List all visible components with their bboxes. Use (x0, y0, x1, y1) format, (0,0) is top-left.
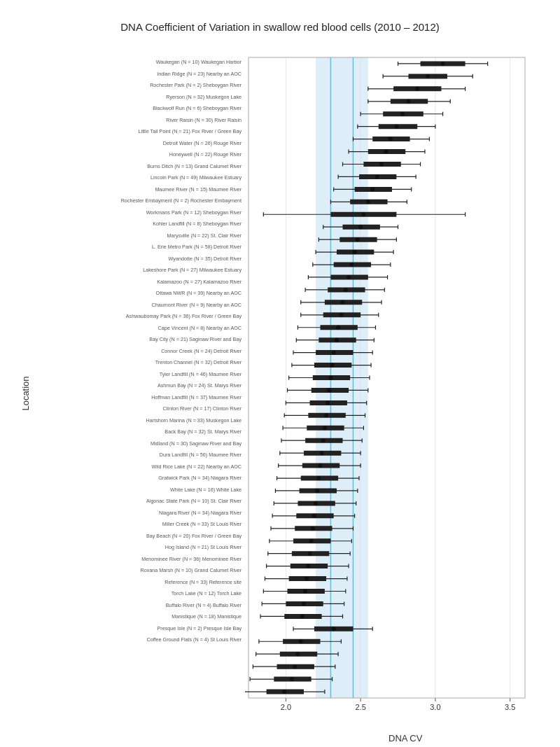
svg-point-80 (361, 212, 365, 216)
svg-text:3.5: 3.5 (505, 703, 515, 711)
svg-point-95 (353, 250, 357, 254)
y-axis-label: Location (20, 376, 31, 410)
loc-label-10: Lincoln Park (N = 49) Milwaukee Estuary (150, 175, 241, 180)
svg-point-260 (293, 664, 297, 669)
loc-label-8: Honeywell (N = 22) Rouge River (169, 152, 241, 157)
svg-point-195 (314, 501, 318, 505)
loc-label-18: Lakeshore Park (N = 27) Milwaukee Estuar… (143, 267, 241, 272)
svg-point-220 (306, 564, 310, 568)
svg-point-25 (426, 74, 430, 78)
svg-point-250 (299, 639, 303, 643)
svg-point-35 (406, 99, 410, 104)
svg-text:3.0: 3.0 (430, 703, 440, 711)
svg-point-210 (309, 539, 314, 543)
loc-label-3: Ryerson (N = 32) Muskegon Lake (166, 95, 241, 99)
svg-point-90 (356, 237, 360, 242)
svg-point-145 (328, 376, 332, 380)
loc-label-37: White Lake (N = 16) White Lake (170, 487, 241, 492)
svg-point-135 (332, 351, 336, 355)
svg-point-65 (375, 174, 379, 179)
loc-label-23: Cape Vincent (N = 8) Nearby an AOC (158, 326, 241, 330)
svg-point-20 (441, 62, 445, 66)
loc-label-43: Menominee River (N = 36) Menominee River (141, 557, 241, 561)
svg-point-40 (400, 112, 405, 116)
loc-label-13: Workmans Park (N = 12) Sheboygan River (146, 210, 241, 215)
loc-label-2: Rochester Park (N = 2) Sheboygan River (150, 83, 241, 88)
svg-point-180 (318, 463, 322, 468)
loc-label-45: Reference (N = 33) Reference site (164, 580, 241, 585)
loc-label-38: Algonac State Park (N = 10) St. Clair Ri… (146, 498, 241, 503)
loc-label-30: Clinton River (N = 17) Clinton River (163, 406, 241, 411)
svg-point-185 (316, 476, 321, 480)
loc-label-17: Wyandotte (N = 35) Detroit River (169, 256, 241, 261)
svg-point-205 (311, 526, 315, 531)
svg-point-190 (315, 489, 319, 493)
loc-label-6: Little Tail Point (N = 21) Fox River / G… (139, 129, 241, 134)
loc-label-42: Hog Island (N = 21) St Louis River (165, 545, 241, 550)
svg-point-170 (321, 438, 326, 442)
svg-point-265 (290, 677, 294, 681)
svg-point-215 (308, 552, 312, 556)
loc-label-12: Rochester Embayment (N = 2) Rochester Em… (121, 198, 241, 203)
svg-point-115 (341, 300, 345, 305)
svg-point-150 (327, 388, 331, 392)
loc-label-48: Manistique (N = 18) Manistique (172, 614, 241, 619)
loc-label-21: Chaumont River (N = 9) Nearby an AOC (152, 302, 241, 307)
svg-point-125 (336, 326, 340, 330)
loc-label-44: Roxana Marsh (N = 10) Grand Calumet Rive… (141, 568, 241, 573)
loc-label-4: Blackwolf Run (N = 6) Sheboygan River (153, 106, 241, 111)
loc-label-28: Ashmun Bay (N = 24) St. Marys River (158, 383, 241, 388)
svg-text:2.5: 2.5 (355, 703, 365, 711)
svg-point-100 (349, 263, 354, 267)
loc-label-25: Connor Creek (N = 24) Detroit River (161, 349, 241, 354)
loc-label-36: Gratwick Park (N = 34) Niagara River (158, 475, 241, 480)
loc-label-7: Detroit Water (N = 26) Rouge River (163, 141, 241, 146)
svg-point-160 (324, 413, 328, 417)
svg-point-255 (295, 652, 300, 656)
loc-label-16: L. Erie Metro Park (N = 58) Detroit Rive… (152, 244, 241, 249)
svg-point-85 (358, 225, 363, 229)
svg-point-55 (384, 150, 388, 154)
loc-label-41: Bay Beach (N = 20) Fox River / Green Bay (146, 533, 241, 538)
svg-point-245 (332, 627, 336, 631)
loc-label-0: Waukegan (N = 10) Waukegan Harbor (156, 60, 241, 64)
loc-label-34: Dura Landfill (N = 56) Maumee River (160, 452, 241, 457)
svg-point-75 (366, 200, 370, 204)
svg-point-60 (379, 162, 384, 167)
svg-point-140 (330, 363, 335, 368)
loc-label-40: Miller Creek (N = 33) St Louis River (162, 522, 241, 526)
svg-point-50 (388, 137, 393, 141)
loc-label-31: Hartshorn Marina (N = 33) Muskegon Lake (146, 418, 241, 423)
svg-point-110 (344, 288, 348, 292)
svg-point-120 (339, 313, 343, 317)
loc-label-49: Presque Isle (N = 2) Presque Isle Bay (158, 626, 241, 631)
loc-label-24: Bay City (N = 21) Saginaw River and Bay (149, 337, 241, 342)
svg-point-105 (346, 275, 351, 279)
x-axis-label: DNA CV (388, 733, 422, 743)
loc-label-15: Marysville (N = 22) St. Clair River (167, 233, 241, 238)
svg-point-200 (312, 514, 316, 518)
chart-container: DNA Coefficient of Variation in swallow … (0, 0, 560, 747)
svg-point-235 (302, 601, 306, 606)
loc-label-5: River Raisin (N = 30) River Raisin (166, 118, 241, 123)
svg-point-175 (320, 451, 324, 455)
loc-label-20: Ottawa NWR (N = 39) Nearby an AOC (156, 291, 241, 295)
loc-label-9: Burns Ditch (N = 13) Grand Calumet River (147, 164, 241, 169)
loc-label-11: Maumee River (N = 15) Maumee River (155, 187, 241, 192)
loc-label-50: Coffee Ground Flats (N = 4) St Louis Riv… (147, 637, 242, 642)
loc-label-14: Kohler Landfill (N = 8) Sheboygan River (153, 221, 241, 226)
loc-label-33: Midland (N = 30) Saginaw River and Bay (150, 441, 241, 446)
chart-svg: 2.02.53.03.5 (245, 54, 536, 726)
svg-point-45 (394, 125, 398, 129)
loc-label-22: Ashwaubomay Park (N = 36) Fox River / Gr… (126, 314, 241, 319)
svg-point-165 (323, 426, 327, 430)
svg-point-230 (303, 589, 307, 594)
svg-point-155 (326, 400, 330, 405)
svg-point-70 (370, 187, 374, 191)
svg-point-30 (415, 87, 419, 91)
loc-label-35: Wild Rice Lake (N = 22) Nearby an AOC (152, 464, 241, 469)
svg-point-225 (304, 577, 309, 581)
chart-title: DNA Coefficient of Variation in swallow … (0, 0, 560, 40)
loc-label-26: Trenton Channel (N = 32) Detroit River (155, 360, 241, 365)
loc-label-39: Niagara River (N = 34) Niagara River (159, 510, 241, 515)
